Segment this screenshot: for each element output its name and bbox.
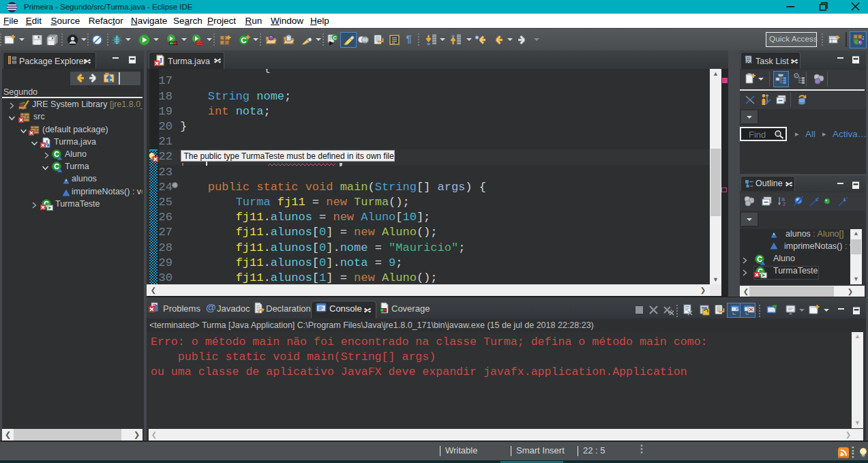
svg-text:C: C — [241, 36, 246, 44]
svg-text:s: s — [815, 196, 818, 203]
svg-text:C: C — [333, 35, 337, 41]
svg-text:J: J — [862, 35, 864, 41]
svg-text:z: z — [783, 200, 786, 207]
svg-text:L: L — [843, 196, 847, 203]
